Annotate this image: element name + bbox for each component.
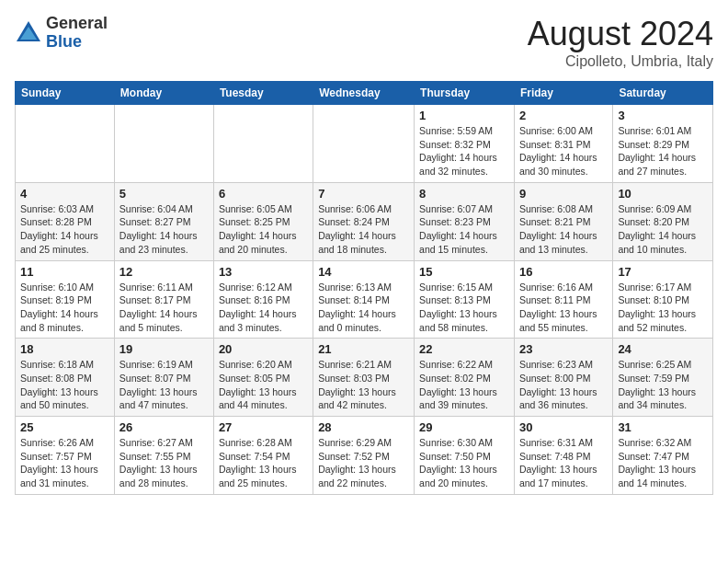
day-number: 29	[419, 420, 509, 434]
logo-icon	[15, 19, 42, 47]
calendar-cell: 19Sunrise: 6:19 AMSunset: 8:07 PMDayligh…	[114, 339, 213, 417]
day-number: 9	[519, 187, 608, 201]
day-info: Sunrise: 6:05 AMSunset: 8:25 PMDaylight:…	[219, 202, 308, 257]
calendar-cell: 15Sunrise: 6:15 AMSunset: 8:13 PMDayligh…	[415, 260, 515, 339]
day-number: 27	[219, 420, 308, 434]
day-info: Sunrise: 5:59 AMSunset: 8:32 PMDaylight:…	[419, 124, 509, 178]
page-header: General Blue August 2024 Cipolleto, Umbr…	[15, 15, 713, 70]
day-info: Sunrise: 6:32 AMSunset: 7:47 PMDaylight:…	[618, 436, 708, 490]
day-info: Sunrise: 6:17 AMSunset: 8:10 PMDaylight:…	[618, 281, 708, 335]
title-block: August 2024 Cipolleto, Umbria, Italy	[528, 15, 713, 70]
day-info: Sunrise: 6:00 AMSunset: 8:31 PMDaylight:…	[519, 124, 608, 178]
day-number: 7	[318, 187, 409, 201]
calendar-cell: 7Sunrise: 6:06 AMSunset: 8:24 PMDaylight…	[313, 182, 415, 260]
day-info: Sunrise: 6:30 AMSunset: 7:50 PMDaylight:…	[419, 436, 509, 490]
day-number: 2	[519, 109, 608, 122]
day-info: Sunrise: 6:06 AMSunset: 8:24 PMDaylight:…	[318, 202, 409, 257]
calendar-day-header: Sunday	[16, 82, 115, 105]
day-info: Sunrise: 6:31 AMSunset: 7:48 PMDaylight:…	[519, 436, 608, 490]
calendar-cell: 12Sunrise: 6:11 AMSunset: 8:17 PMDayligh…	[114, 260, 213, 339]
calendar-cell: 5Sunrise: 6:04 AMSunset: 8:27 PMDaylight…	[114, 182, 213, 260]
calendar-cell: 17Sunrise: 6:17 AMSunset: 8:10 PMDayligh…	[613, 260, 713, 339]
day-number: 3	[618, 109, 708, 122]
day-info: Sunrise: 6:23 AMSunset: 8:00 PMDaylight:…	[519, 358, 608, 412]
day-number: 22	[419, 342, 509, 356]
day-number: 21	[318, 342, 409, 356]
calendar-cell: 23Sunrise: 6:23 AMSunset: 8:00 PMDayligh…	[514, 339, 612, 417]
day-number: 25	[20, 420, 109, 434]
day-number: 13	[219, 265, 308, 279]
calendar-cell: 22Sunrise: 6:22 AMSunset: 8:02 PMDayligh…	[415, 339, 515, 417]
day-number: 20	[219, 342, 308, 356]
day-info: Sunrise: 6:07 AMSunset: 8:23 PMDaylight:…	[419, 202, 509, 257]
calendar-cell: 20Sunrise: 6:20 AMSunset: 8:05 PMDayligh…	[213, 339, 313, 417]
day-number: 14	[318, 265, 409, 279]
day-info: Sunrise: 6:04 AMSunset: 8:27 PMDaylight:…	[119, 202, 209, 257]
day-info: Sunrise: 6:28 AMSunset: 7:54 PMDaylight:…	[219, 436, 308, 490]
calendar-cell: 9Sunrise: 6:08 AMSunset: 8:21 PMDaylight…	[514, 182, 612, 260]
day-info: Sunrise: 6:11 AMSunset: 8:17 PMDaylight:…	[119, 281, 209, 335]
day-number: 16	[519, 265, 608, 279]
day-info: Sunrise: 6:13 AMSunset: 8:14 PMDaylight:…	[318, 281, 409, 335]
calendar-cell: 24Sunrise: 6:25 AMSunset: 7:59 PMDayligh…	[613, 339, 713, 417]
calendar-cell: 27Sunrise: 6:28 AMSunset: 7:54 PMDayligh…	[213, 417, 313, 495]
day-number: 26	[119, 420, 209, 434]
day-number: 24	[618, 342, 708, 356]
day-number: 28	[318, 420, 409, 434]
calendar-cell: 28Sunrise: 6:29 AMSunset: 7:52 PMDayligh…	[313, 417, 415, 495]
calendar-day-header: Tuesday	[213, 82, 313, 105]
month-title: August 2024	[528, 15, 713, 53]
calendar-cell: 18Sunrise: 6:18 AMSunset: 8:08 PMDayligh…	[16, 339, 115, 417]
day-info: Sunrise: 6:29 AMSunset: 7:52 PMDaylight:…	[318, 436, 409, 490]
day-info: Sunrise: 6:21 AMSunset: 8:03 PMDaylight:…	[318, 358, 409, 412]
calendar-cell: 31Sunrise: 6:32 AMSunset: 7:47 PMDayligh…	[613, 417, 713, 495]
day-number: 19	[119, 342, 209, 356]
day-number: 5	[119, 187, 209, 201]
day-info: Sunrise: 6:16 AMSunset: 8:11 PMDaylight:…	[519, 281, 608, 335]
day-number: 30	[519, 420, 608, 434]
day-number: 15	[419, 265, 509, 279]
calendar-cell	[213, 105, 313, 183]
day-number: 18	[20, 342, 109, 356]
day-number: 11	[20, 265, 109, 279]
calendar-cell: 13Sunrise: 6:12 AMSunset: 8:16 PMDayligh…	[213, 260, 313, 339]
calendar-cell: 2Sunrise: 6:00 AMSunset: 8:31 PMDaylight…	[514, 105, 612, 183]
calendar-week-row: 18Sunrise: 6:18 AMSunset: 8:08 PMDayligh…	[16, 339, 713, 417]
day-number: 1	[419, 109, 509, 122]
day-info: Sunrise: 6:08 AMSunset: 8:21 PMDaylight:…	[519, 202, 608, 257]
calendar-cell: 26Sunrise: 6:27 AMSunset: 7:55 PMDayligh…	[114, 417, 213, 495]
calendar-cell	[313, 105, 415, 183]
day-info: Sunrise: 6:20 AMSunset: 8:05 PMDaylight:…	[219, 358, 308, 412]
day-number: 4	[20, 187, 109, 201]
day-number: 23	[519, 342, 608, 356]
calendar-cell: 10Sunrise: 6:09 AMSunset: 8:20 PMDayligh…	[613, 182, 713, 260]
calendar-day-header: Saturday	[613, 82, 713, 105]
calendar-cell: 21Sunrise: 6:21 AMSunset: 8:03 PMDayligh…	[313, 339, 415, 417]
calendar-day-header: Thursday	[415, 82, 515, 105]
calendar-cell: 4Sunrise: 6:03 AMSunset: 8:28 PMDaylight…	[16, 182, 115, 260]
calendar-cell: 29Sunrise: 6:30 AMSunset: 7:50 PMDayligh…	[415, 417, 515, 495]
day-info: Sunrise: 6:10 AMSunset: 8:19 PMDaylight:…	[20, 281, 109, 335]
day-info: Sunrise: 6:09 AMSunset: 8:20 PMDaylight:…	[618, 202, 708, 257]
logo-general-text: General	[46, 15, 108, 33]
calendar-day-header: Wednesday	[313, 82, 415, 105]
day-number: 8	[419, 187, 509, 201]
calendar-cell: 1Sunrise: 5:59 AMSunset: 8:32 PMDaylight…	[415, 105, 515, 183]
calendar-week-row: 1Sunrise: 5:59 AMSunset: 8:32 PMDaylight…	[16, 105, 713, 183]
day-info: Sunrise: 6:01 AMSunset: 8:29 PMDaylight:…	[618, 124, 708, 178]
day-number: 10	[618, 187, 708, 201]
day-info: Sunrise: 6:27 AMSunset: 7:55 PMDaylight:…	[119, 436, 209, 490]
location-text: Cipolleto, Umbria, Italy	[528, 53, 713, 70]
day-number: 12	[119, 265, 209, 279]
calendar-header-row: SundayMondayTuesdayWednesdayThursdayFrid…	[16, 82, 713, 105]
calendar-week-row: 11Sunrise: 6:10 AMSunset: 8:19 PMDayligh…	[16, 260, 713, 339]
day-info: Sunrise: 6:18 AMSunset: 8:08 PMDaylight:…	[20, 358, 109, 412]
calendar-day-header: Friday	[514, 82, 612, 105]
day-number: 6	[219, 187, 308, 201]
calendar-cell	[16, 105, 115, 183]
day-number: 31	[618, 420, 708, 434]
calendar-week-row: 25Sunrise: 6:26 AMSunset: 7:57 PMDayligh…	[16, 417, 713, 495]
logo-blue-text: Blue	[46, 33, 108, 52]
calendar-cell: 30Sunrise: 6:31 AMSunset: 7:48 PMDayligh…	[514, 417, 612, 495]
calendar-cell	[114, 105, 213, 183]
